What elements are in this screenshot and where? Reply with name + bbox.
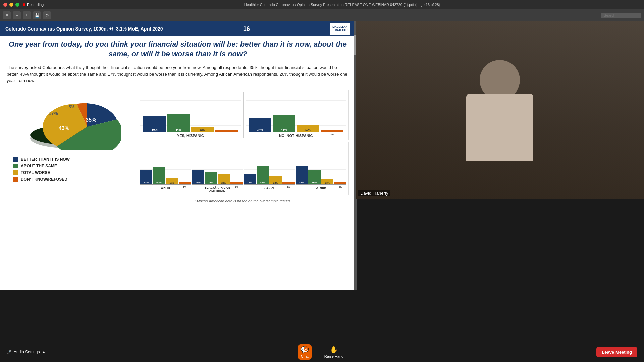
- chart-black: 36% 32% 26%: [192, 144, 243, 193]
- logo-line2: STRATEGIES: [332, 29, 349, 32]
- pie-label-5: 5%: [69, 105, 75, 109]
- raise-hand-label: Raise Hand: [324, 354, 343, 358]
- bar-black-better-pct: 36%: [192, 181, 204, 184]
- leave-meeting-button[interactable]: Leave Meeting: [596, 347, 637, 357]
- traffic-lights: [3, 3, 19, 7]
- bar-black-worse-pct: 26%: [218, 182, 230, 184]
- bar-hispanic-dk-pct: 5%: [140, 133, 241, 136]
- bar-white-same: 44%: [153, 167, 165, 184]
- audio-settings-button[interactable]: 🎤 Audio Settings ▲: [7, 350, 46, 354]
- document-title: Healthier Colorado Coronavirus Opinion S…: [44, 3, 641, 7]
- bar-other-better: 45%: [296, 166, 308, 184]
- bar-asian-better-pct: 26%: [244, 181, 256, 184]
- bar-other-same-pct: 36%: [308, 181, 321, 184]
- chart-not-hispanic: 34% 43% 18%: [246, 92, 347, 138]
- bar-white-dk: 5%: [179, 182, 191, 184]
- bar-nothispanic-same: 43%: [273, 115, 295, 132]
- minimize-button[interactable]: [9, 3, 13, 7]
- bar-asian-same-pct: 45%: [257, 181, 269, 184]
- search-input[interactable]: [601, 13, 641, 18]
- bar-nothispanic-better: 34%: [249, 118, 271, 132]
- legend: BETTER THAN IT IS NOW ABOUT THE SAME TOT…: [7, 157, 134, 182]
- legend-color-dk: [13, 177, 18, 182]
- audio-settings-label: Audio Settings: [14, 350, 40, 354]
- bar-asian-dk: 6%: [282, 182, 295, 184]
- legend-item-same: ABOUT THE SAME: [13, 164, 134, 168]
- pie-label-35: 35%: [86, 117, 96, 123]
- chart-yes-hispanic: 39% 44%: [140, 92, 241, 138]
- audio-icon: 🎤: [7, 350, 12, 354]
- presenter-name: David Flaherty: [358, 190, 390, 196]
- pie-chart-svg: 35% 43% 17% 5%: [20, 90, 121, 150]
- raise-hand-icon: ✋: [330, 346, 338, 354]
- video-placeholder: David Flaherty: [356, 21, 644, 199]
- fullscreen-button[interactable]: [15, 3, 19, 7]
- bar-asian-worse: 22%: [269, 176, 282, 184]
- pie-chart-wrapper: 35% 43% 17% 5%: [20, 90, 121, 150]
- chart-yes-hispanic-bars: 39% 44%: [140, 92, 241, 132]
- bar-asian-same: 45%: [257, 166, 269, 184]
- chart-black-bars: 36% 32% 26%: [192, 144, 243, 185]
- legend-label-same: ABOUT THE SAME: [21, 164, 57, 168]
- legend-color-same: [13, 164, 18, 168]
- bar-black-same-pct: 32%: [205, 181, 217, 184]
- right-section: 39% 44%: [138, 90, 349, 203]
- divider: [243, 92, 244, 138]
- raise-hand-button[interactable]: ✋ Raise Hand: [322, 344, 346, 360]
- bar-asian-worse-pct: 22%: [269, 182, 282, 184]
- save-button[interactable]: 💾: [33, 11, 41, 19]
- legend-label-dk: DON'T KNOW/REFUSED: [21, 177, 67, 182]
- slide-header-title: Colorado Coronavirus Opinion Survey, 100…: [5, 26, 163, 32]
- chart-asian: 26% 45% 22%: [244, 144, 295, 193]
- bar-asian-better: 26%: [244, 174, 256, 184]
- video-panel: David Flaherty: [356, 21, 644, 199]
- settings-button[interactable]: ⚙: [43, 11, 51, 19]
- slide-content: One year from today, do you think your f…: [0, 36, 356, 206]
- recording-dot: [23, 3, 25, 6]
- bar-white-dk-pct: 5%: [179, 186, 191, 188]
- bar-hispanic-worse-pct: 12%: [191, 128, 214, 131]
- bar-black-better: 36%: [192, 170, 204, 184]
- legend-label-better: BETTER THAN IT IS NOW: [21, 157, 70, 162]
- bar-hispanic-same-pct: 44%: [167, 128, 190, 131]
- footnote: *African American data is based on the o…: [138, 199, 349, 203]
- bar-nothispanic-dk: 5%: [321, 130, 343, 132]
- bar-hispanic-better-pct: 39%: [143, 128, 166, 131]
- bar-white-same-pct: 44%: [153, 181, 165, 184]
- bar-nothispanic-better-pct: 34%: [249, 128, 271, 131]
- chart-asian-bars: 26% 45% 22%: [244, 144, 295, 185]
- pie-label-17: 17%: [49, 111, 58, 116]
- bar-hispanic-better: 39%: [143, 116, 166, 132]
- bar-hispanic-dk: 5%: [215, 130, 237, 132]
- pie-label-43: 43%: [59, 125, 69, 131]
- chat-badge: 2: [304, 346, 308, 351]
- zoom-out-button[interactable]: −: [13, 11, 21, 19]
- bar-black-dk-pct: 6%: [230, 186, 243, 188]
- left-section: 35% 43% 17% 5% BETTER THAN IT IS NOW ABO…: [7, 90, 134, 203]
- bar-hispanic-same: 44%: [167, 114, 190, 132]
- legend-item-worse: TOTAL WORSE: [13, 170, 134, 175]
- audio-chevron-icon: ▲: [42, 350, 46, 354]
- close-button[interactable]: [3, 3, 7, 7]
- bar-other-worse-pct: 13%: [321, 182, 334, 184]
- chart-other-bars: 45% 36% 13%: [296, 144, 347, 185]
- slide-bottom: 35% 43% 17% 5% BETTER THAN IT IS NOW ABO…: [7, 90, 349, 203]
- zoom-in-button[interactable]: +: [23, 11, 31, 19]
- race-charts: 35% 44% 17%: [138, 142, 349, 195]
- bar-nothispanic-worse: 18%: [297, 125, 319, 132]
- slide-container: Colorado Coronavirus Opinion Survey, 100…: [0, 21, 356, 290]
- bar-other-dk-pct: 6%: [334, 186, 346, 188]
- legend-item-dk: DON'T KNOW/REFUSED: [13, 177, 134, 182]
- recording-badge: Recording: [23, 3, 44, 7]
- slide-description: The survey asked Coloradans what they th…: [7, 62, 349, 86]
- recording-label: Recording: [27, 3, 44, 7]
- chat-button[interactable]: 💬 2 Chat: [298, 344, 312, 360]
- bar-white-better: 35%: [140, 170, 152, 184]
- pdf-toolbar: ≡ − + 💾 ⚙: [0, 9, 644, 21]
- chart-other: 45% 36% 13%: [296, 144, 347, 193]
- sidebar-toggle-button[interactable]: ≡: [3, 11, 11, 19]
- bar-white-worse: 17%: [166, 178, 178, 184]
- legend-item-better: BETTER THAN IT IS NOW: [13, 157, 134, 162]
- chart-white-bars: 35% 44% 17%: [140, 144, 191, 185]
- slide-page-number: 16: [243, 25, 250, 33]
